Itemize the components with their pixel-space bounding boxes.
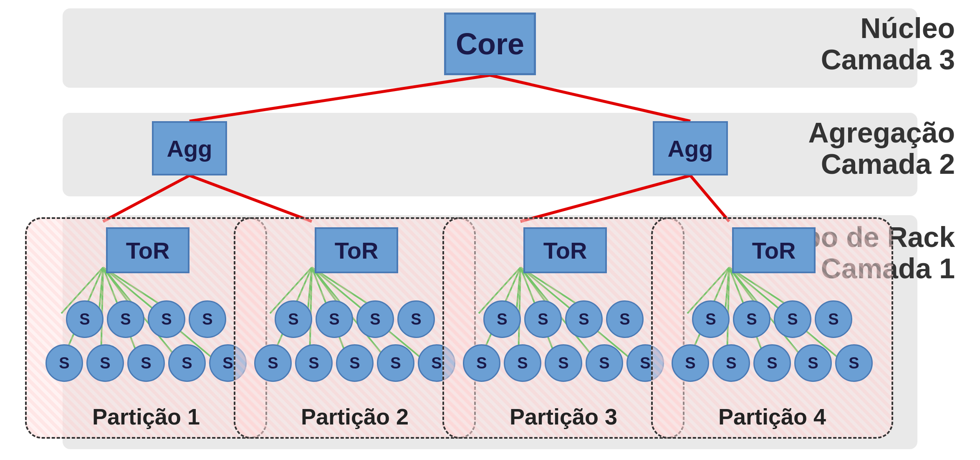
server: S: [774, 300, 811, 338]
diagram-container: Núcleo Camada 3 Agregação Camada 2 Topo …: [0, 0, 980, 460]
server: S: [815, 300, 852, 338]
server: S: [66, 300, 104, 338]
server: S: [148, 300, 185, 338]
partition-4-label: Partição 4: [653, 404, 892, 430]
partition-1-label: Partição 1: [27, 404, 265, 430]
server: S: [565, 300, 603, 338]
server: S: [377, 344, 414, 382]
partition-2-label: Partição 2: [235, 404, 474, 430]
server: S: [835, 344, 873, 382]
server: S: [168, 344, 206, 382]
server: S: [127, 344, 165, 382]
server: S: [86, 344, 124, 382]
tor-2-node: ToR: [315, 227, 398, 273]
server: S: [504, 344, 541, 382]
server: S: [295, 344, 333, 382]
agg-left-node: Agg: [152, 121, 227, 175]
agg-right-node: Agg: [653, 121, 728, 175]
server: S: [107, 300, 144, 338]
core-layer-label: Núcleo Camada 3: [821, 13, 955, 75]
core-node: Core: [444, 13, 536, 75]
server: S: [545, 344, 582, 382]
server: S: [483, 300, 521, 338]
server: S: [275, 300, 312, 338]
server: S: [254, 344, 292, 382]
server: S: [692, 300, 730, 338]
server: S: [586, 344, 623, 382]
tor-1-node: ToR: [106, 227, 189, 273]
tor-3-node: ToR: [523, 227, 607, 273]
agg-layer-label: Agregação Camada 2: [808, 117, 955, 180]
server: S: [753, 344, 791, 382]
partition-3: ToR S S S S S S S S S Partição 3: [442, 217, 684, 439]
server: S: [189, 300, 226, 338]
server: S: [712, 344, 750, 382]
server: S: [336, 344, 374, 382]
server: S: [463, 344, 500, 382]
server: S: [733, 300, 770, 338]
partition-2: ToR S S S S S S S S S Partição 2: [234, 217, 476, 439]
server: S: [45, 344, 83, 382]
server: S: [397, 300, 435, 338]
server: S: [524, 300, 562, 338]
server: S: [356, 300, 394, 338]
server: S: [316, 300, 353, 338]
partition-1: ToR S S S S S S S S S Partição 1: [25, 217, 267, 439]
server: S: [794, 344, 832, 382]
server: S: [606, 300, 644, 338]
server: S: [672, 344, 709, 382]
partition-4: ToR S S S S S S S S S Partição 4: [651, 217, 893, 439]
tor-4-node: ToR: [732, 227, 816, 273]
partition-3-label: Partição 3: [444, 404, 683, 430]
